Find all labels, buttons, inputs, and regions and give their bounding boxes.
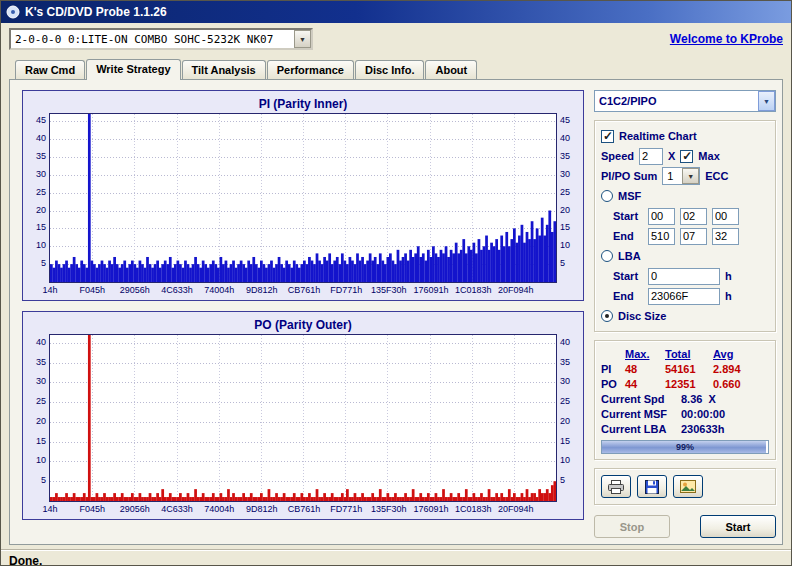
max-speed-checkbox[interactable] — [680, 150, 693, 163]
progress-bar: 99% — [601, 440, 769, 454]
lba-start-unit: h — [725, 270, 732, 282]
current-speed-value: 8.36 — [681, 393, 702, 405]
ecc-label: ECC — [705, 170, 728, 182]
msf-start-min-input[interactable] — [648, 208, 675, 225]
dropdown-arrow-icon[interactable] — [294, 30, 311, 48]
lba-end-input[interactable] — [648, 288, 720, 305]
charts-column: PI (Parity Inner) 51015202530354045 5101… — [22, 90, 584, 538]
po-total-value: 12351 — [665, 378, 713, 390]
po-chart: PO (Parity Outer) 510152025303540 510152… — [22, 311, 584, 520]
drive-selector-value: 2-0-0-0 0:LITE-ON COMBO SOHC-5232K NK07 — [11, 30, 294, 48]
pi-left-axis: 51015202530354045 — [23, 113, 49, 283]
stats-row-po: PO 44 12351 0.660 — [601, 376, 769, 391]
po-max-value: 44 — [625, 378, 665, 390]
tab-raw-cmd[interactable]: Raw Cmd — [15, 60, 85, 79]
msf-start-frame-input[interactable] — [712, 208, 739, 225]
speed-x-label: X — [668, 150, 675, 162]
welcome-link[interactable]: Welcome to KProbe — [670, 32, 783, 46]
current-speed-label: Current Spd — [601, 393, 675, 405]
lba-start-input[interactable] — [648, 268, 720, 285]
pi-x-axis: 14hF045h29056h4C633h74004h9D812hCB761hFD… — [50, 284, 560, 297]
po-right-axis: 510152025303540 — [557, 334, 583, 502]
pi-right-axis: 51015202530354045 — [557, 113, 583, 283]
chart-image-icon — [680, 480, 696, 493]
dropdown-arrow-icon[interactable] — [682, 168, 699, 184]
save-button[interactable] — [637, 475, 667, 498]
pipo-sum-selector[interactable]: 1 — [662, 167, 700, 185]
pipo-sum-value: 1 — [663, 168, 682, 184]
po-chart-title: PO (Parity Outer) — [23, 316, 583, 334]
po-avg-value: 0.660 — [713, 378, 753, 390]
pi-max-value: 48 — [625, 363, 665, 375]
app-window: K's CD/DVD Probe 1.1.26 2-0-0-0 0:LITE-O… — [0, 0, 792, 566]
pi-avg-value: 2.894 — [713, 363, 753, 375]
msf-start-sec-input[interactable] — [680, 208, 707, 225]
status-bar: Done. — [1, 549, 791, 566]
printer-icon — [608, 480, 624, 494]
mode-selector-value: C1C2/PIPO — [595, 91, 758, 111]
current-msf-label: Current MSF — [601, 408, 675, 420]
pi-chart-title: PI (Parity Inner) — [23, 95, 583, 113]
stats-group: Max. Total Avg PI 48 54161 2.894 PO 44 1… — [594, 340, 776, 460]
save-chart-image-button[interactable] — [673, 475, 703, 498]
print-button[interactable] — [601, 475, 631, 498]
speed-input[interactable] — [639, 148, 663, 165]
dropdown-arrow-icon[interactable] — [758, 91, 775, 111]
pi-plot-area — [49, 113, 557, 283]
lba-end-unit: h — [725, 290, 732, 302]
pipo-sum-label: PI/PO Sum — [601, 170, 657, 182]
msf-end-sec-input[interactable] — [680, 228, 707, 245]
tab-write-strategy[interactable]: Write Strategy — [86, 59, 180, 80]
lba-end-label: End — [613, 290, 643, 302]
current-lba-value: 230633h — [681, 423, 724, 435]
settings-group: Realtime Chart Speed X Max PI/PO Sum 1 E… — [594, 120, 776, 332]
app-icon — [6, 5, 20, 19]
lba-start-label: Start — [613, 270, 643, 282]
lba-label: LBA — [618, 250, 641, 262]
lba-radio[interactable] — [601, 250, 613, 262]
toolbar: 2-0-0-0 0:LITE-ON COMBO SOHC-5232K NK07 … — [1, 23, 791, 55]
po-row-label: PO — [601, 378, 625, 390]
stats-row-pi: PI 48 54161 2.894 — [601, 361, 769, 376]
realtime-chart-checkbox[interactable] — [601, 130, 614, 143]
tab-about[interactable]: About — [425, 60, 477, 79]
pi-total-value: 54161 — [665, 363, 713, 375]
stats-header-max: Max. — [625, 348, 665, 360]
current-lba-label: Current LBA — [601, 423, 675, 435]
po-left-axis: 510152025303540 — [23, 334, 49, 502]
po-plot-area — [49, 334, 557, 502]
msf-start-label: Start — [613, 210, 643, 222]
window-title: K's CD/DVD Probe 1.1.26 — [25, 5, 167, 19]
start-button[interactable]: Start — [700, 515, 776, 538]
msf-end-label: End — [613, 230, 643, 242]
msf-end-frame-input[interactable] — [712, 228, 739, 245]
pi-row-label: PI — [601, 363, 625, 375]
speed-label: Speed — [601, 150, 634, 162]
floppy-disk-icon — [645, 480, 659, 494]
disc-size-label: Disc Size — [618, 310, 666, 322]
stats-header-avg: Avg — [713, 348, 753, 360]
msf-label: MSF — [618, 190, 641, 202]
mode-selector[interactable]: C1C2/PIPO — [594, 90, 776, 112]
disc-size-radio[interactable] — [601, 310, 613, 322]
msf-end-min-input[interactable] — [648, 228, 675, 245]
drive-selector[interactable]: 2-0-0-0 0:LITE-ON COMBO SOHC-5232K NK07 — [9, 28, 313, 50]
msf-radio[interactable] — [601, 190, 613, 202]
po-x-axis: 14hF045h29056h4C633h74004h9D812hCB761hFD… — [50, 503, 560, 516]
stats-header-row: Max. Total Avg — [601, 346, 769, 361]
status-text: Done. — [9, 554, 42, 566]
tab-disc-info[interactable]: Disc Info. — [355, 60, 425, 79]
max-speed-label: Max — [698, 150, 719, 162]
realtime-chart-label: Realtime Chart — [619, 130, 697, 142]
progress-text: 99% — [602, 441, 768, 453]
tab-tilt-analysis[interactable]: Tilt Analysis — [182, 60, 266, 79]
stop-button[interactable]: Stop — [594, 515, 670, 538]
run-controls: Stop Start — [594, 515, 776, 538]
chart-actions-group — [594, 468, 776, 505]
tab-page: PI (Parity Inner) 51015202530354045 5101… — [9, 79, 783, 545]
control-panel: C1C2/PIPO Realtime Chart Speed X Max PI/… — [594, 90, 776, 538]
tab-performance[interactable]: Performance — [267, 60, 354, 79]
pi-chart: PI (Parity Inner) 51015202530354045 5101… — [22, 90, 584, 301]
stats-header-total: Total — [665, 348, 713, 360]
current-speed-unit: X — [708, 393, 715, 405]
